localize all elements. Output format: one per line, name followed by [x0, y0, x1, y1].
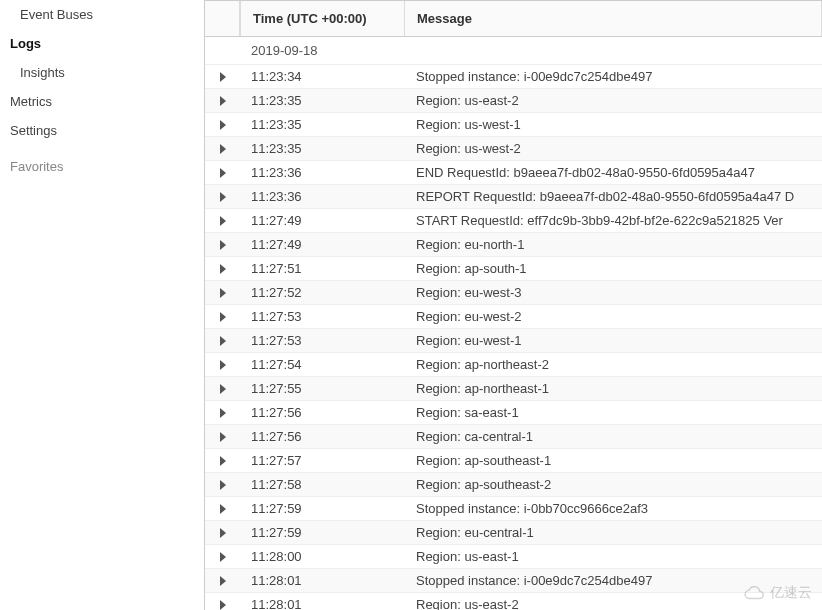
- expand-toggle[interactable]: [205, 168, 240, 178]
- log-time: 11:23:35: [240, 93, 405, 108]
- log-time: 11:23:36: [240, 165, 405, 180]
- log-time: 11:23:34: [240, 69, 405, 84]
- log-time: 11:23:35: [240, 117, 405, 132]
- log-row[interactable]: 11:23:34Stopped instance: i-00e9dc7c254d…: [205, 65, 822, 89]
- log-message: REPORT RequestId: b9aeea7f-db02-48a0-955…: [405, 189, 822, 204]
- log-row[interactable]: 11:23:36END RequestId: b9aeea7f-db02-48a…: [205, 161, 822, 185]
- log-row[interactable]: 11:27:52Region: eu-west-3: [205, 281, 822, 305]
- caret-right-icon: [220, 120, 226, 130]
- log-message: Region: eu-west-2: [405, 309, 822, 324]
- log-message: Region: us-east-2: [405, 597, 822, 610]
- log-panel: Time (UTC +00:00) Message 2019-09-18 11:…: [205, 0, 822, 610]
- log-row[interactable]: 11:23:35Region: us-west-1: [205, 113, 822, 137]
- log-row[interactable]: 11:28:01Stopped instance: i-00e9dc7c254d…: [205, 569, 822, 593]
- caret-right-icon: [220, 192, 226, 202]
- caret-right-icon: [220, 576, 226, 586]
- log-message: Stopped instance: i-00e9dc7c254dbe497: [405, 69, 822, 84]
- log-message: END RequestId: b9aeea7f-db02-48a0-9550-6…: [405, 165, 822, 180]
- expand-toggle[interactable]: [205, 528, 240, 538]
- log-row[interactable]: 11:27:57Region: ap-southeast-1: [205, 449, 822, 473]
- log-time: 11:28:01: [240, 597, 405, 610]
- log-row[interactable]: 11:27:56Region: ca-central-1: [205, 425, 822, 449]
- expand-toggle[interactable]: [205, 120, 240, 130]
- expand-toggle[interactable]: [205, 288, 240, 298]
- log-row[interactable]: 11:27:55Region: ap-northeast-1: [205, 377, 822, 401]
- nav-item-metrics[interactable]: Metrics: [0, 87, 204, 116]
- favorites-group-label: Favorites: [0, 145, 204, 180]
- expand-toggle[interactable]: [205, 336, 240, 346]
- log-row[interactable]: 11:27:53Region: eu-west-1: [205, 329, 822, 353]
- table-header: Time (UTC +00:00) Message: [205, 0, 822, 37]
- log-message: Region: ap-northeast-1: [405, 381, 822, 396]
- expand-toggle[interactable]: [205, 480, 240, 490]
- log-row[interactable]: 11:23:36REPORT RequestId: b9aeea7f-db02-…: [205, 185, 822, 209]
- log-time: 11:27:56: [240, 405, 405, 420]
- caret-right-icon: [220, 360, 226, 370]
- log-message: Region: us-east-2: [405, 93, 822, 108]
- caret-right-icon: [220, 408, 226, 418]
- log-row[interactable]: 11:27:54Region: ap-northeast-2: [205, 353, 822, 377]
- log-time: 11:27:49: [240, 213, 405, 228]
- log-time: 11:27:57: [240, 453, 405, 468]
- log-time: 11:27:56: [240, 429, 405, 444]
- log-time: 11:27:59: [240, 525, 405, 540]
- log-time: 11:27:58: [240, 477, 405, 492]
- nav-item-event-buses[interactable]: Event Buses: [0, 0, 204, 29]
- log-message: Region: eu-west-1: [405, 333, 822, 348]
- caret-right-icon: [220, 96, 226, 106]
- log-row[interactable]: 11:27:58Region: ap-southeast-2: [205, 473, 822, 497]
- nav-item-settings[interactable]: Settings: [0, 116, 204, 145]
- expand-toggle[interactable]: [205, 504, 240, 514]
- expand-toggle[interactable]: [205, 360, 240, 370]
- expand-toggle[interactable]: [205, 576, 240, 586]
- log-rows-container: 11:23:34Stopped instance: i-00e9dc7c254d…: [205, 65, 822, 610]
- nav-item-label: Insights: [20, 65, 65, 80]
- log-row[interactable]: 11:27:56Region: sa-east-1: [205, 401, 822, 425]
- log-message: Region: ap-southeast-1: [405, 453, 822, 468]
- expand-toggle[interactable]: [205, 456, 240, 466]
- log-row[interactable]: 11:27:59Region: eu-central-1: [205, 521, 822, 545]
- log-message: Region: us-east-1: [405, 549, 822, 564]
- expand-toggle[interactable]: [205, 96, 240, 106]
- log-message: Region: ca-central-1: [405, 429, 822, 444]
- log-row[interactable]: 11:23:35Region: us-east-2: [205, 89, 822, 113]
- expand-toggle[interactable]: [205, 144, 240, 154]
- log-row[interactable]: 11:28:00Region: us-east-1: [205, 545, 822, 569]
- nav-item-label: Event Buses: [20, 7, 93, 22]
- log-row[interactable]: 11:23:35Region: us-west-2: [205, 137, 822, 161]
- log-row[interactable]: 11:27:53Region: eu-west-2: [205, 305, 822, 329]
- expand-toggle[interactable]: [205, 312, 240, 322]
- log-row[interactable]: 11:27:59Stopped instance: i-0bb70cc9666c…: [205, 497, 822, 521]
- log-time: 11:27:53: [240, 309, 405, 324]
- expand-toggle[interactable]: [205, 600, 240, 610]
- expand-toggle[interactable]: [205, 216, 240, 226]
- expand-toggle[interactable]: [205, 264, 240, 274]
- log-time: 11:27:52: [240, 285, 405, 300]
- log-time: 11:23:36: [240, 189, 405, 204]
- log-row[interactable]: 11:27:49Region: eu-north-1: [205, 233, 822, 257]
- log-row[interactable]: 11:27:49START RequestId: eff7dc9b-3bb9-4…: [205, 209, 822, 233]
- log-time: 11:27:55: [240, 381, 405, 396]
- expand-toggle[interactable]: [205, 72, 240, 82]
- caret-right-icon: [220, 288, 226, 298]
- log-message: Region: us-west-1: [405, 117, 822, 132]
- time-column-header[interactable]: Time (UTC +00:00): [240, 1, 405, 36]
- expand-toggle[interactable]: [205, 432, 240, 442]
- expand-toggle[interactable]: [205, 192, 240, 202]
- log-message: Region: us-west-2: [405, 141, 822, 156]
- log-row[interactable]: 11:28:01Region: us-east-2: [205, 593, 822, 610]
- message-column-header[interactable]: Message: [405, 1, 822, 36]
- nav-item-logs[interactable]: Logs: [0, 29, 204, 58]
- log-time: 11:27:59: [240, 501, 405, 516]
- caret-right-icon: [220, 456, 226, 466]
- expand-toggle[interactable]: [205, 384, 240, 394]
- sidebar: Event BusesLogsInsightsMetricsSettings F…: [0, 0, 205, 610]
- caret-right-icon: [220, 264, 226, 274]
- expand-toggle[interactable]: [205, 240, 240, 250]
- log-row[interactable]: 11:27:51Region: ap-south-1: [205, 257, 822, 281]
- log-message: START RequestId: eff7dc9b-3bb9-42bf-bf2e…: [405, 213, 822, 228]
- expand-toggle[interactable]: [205, 408, 240, 418]
- nav-item-insights[interactable]: Insights: [0, 58, 204, 87]
- caret-right-icon: [220, 336, 226, 346]
- expand-toggle[interactable]: [205, 552, 240, 562]
